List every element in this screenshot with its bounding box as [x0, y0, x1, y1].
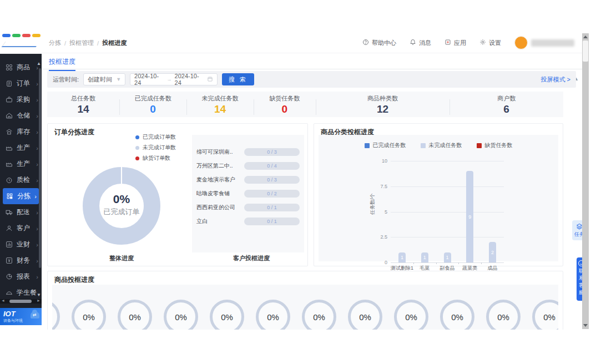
sidebar-item-label: 学生餐: [17, 288, 38, 297]
order-sorting-progress-card: 订单分拣进度 已完成订单数未完成订单数缺货订单数 0% 已完成订单 缔可可深圳南…: [47, 123, 308, 266]
sidebar-item-purchase[interactable]: 采购›: [0, 92, 42, 108]
sidebar-scroll-down-icon[interactable]: ▼: [37, 292, 41, 297]
app-logo[interactable]: [0, 32, 42, 53]
scroll-left-icon[interactable]: ◄: [1, 299, 5, 302]
donut-percent: 0%: [83, 193, 160, 206]
product-frame-progress-card: 商品投框进度 0%0%0%0%0%0%0%0%0%0%0%0%: [47, 271, 563, 330]
search-button[interactable]: 搜 索: [222, 73, 254, 85]
progress-circle[interactable]: 0%: [164, 300, 198, 330]
sidebar-item-quality[interactable]: 质检›: [0, 172, 42, 188]
scroll-right-icon[interactable]: ►: [37, 299, 41, 302]
stat-value: 6: [449, 103, 563, 115]
progress-circle-value: 0%: [83, 312, 95, 322]
purchase-icon: [6, 96, 13, 104]
stat-value: 12: [316, 103, 450, 115]
sidebar-scroll-up-icon[interactable]: ▲: [37, 61, 41, 66]
scroll-up-icon[interactable]: [583, 36, 588, 38]
scroll-down-icon[interactable]: [583, 324, 588, 327]
progress-circle[interactable]: 0%: [118, 300, 152, 330]
chevron-right-icon: ›: [34, 193, 37, 200]
customer-name: 缔可可深圳南..: [196, 148, 233, 156]
iot-module-banner[interactable]: IOT 设备与环境: [0, 308, 42, 325]
cast-mode-link[interactable]: 投屏模式 >: [541, 75, 570, 84]
sidebar-item-label: 生产: [17, 159, 36, 169]
progress-circle[interactable]: 0%: [532, 300, 558, 330]
messages-button[interactable]: 消息: [410, 39, 431, 47]
progress-circle[interactable]: 0%: [440, 300, 474, 330]
legend-item[interactable]: 已完成任务数: [365, 141, 406, 149]
main-content: 投框进度 ▲ 运营时间: 创建时间 ▼ 2024-10-24 → 2024-10…: [42, 54, 582, 330]
chevron-right-icon: ›: [36, 225, 38, 232]
user-menu[interactable]: [514, 36, 574, 49]
overall-progress-caption: 整体进度: [48, 254, 195, 262]
x-tick: [436, 262, 437, 264]
customer-progress-pill: 0 / 2: [244, 190, 300, 198]
progress-circle[interactable]: 0%: [394, 300, 428, 330]
card-title: 订单分拣进度: [54, 128, 94, 137]
legend-swatch: [477, 143, 482, 148]
sidebar-item-finance[interactable]: 财务›: [0, 252, 42, 269]
help-center-button[interactable]: 帮助中心: [362, 39, 396, 47]
customer-progress-caption: 客户投框进度: [195, 254, 307, 262]
apps-button[interactable]: 应用: [444, 39, 466, 47]
stat-2: 已完成任务数0: [119, 94, 186, 115]
sidebar-horizontal-scrollbar[interactable]: ◄ ►: [0, 299, 42, 304]
apps-label: 应用: [454, 39, 466, 47]
progress-circle[interactable]: 0%: [302, 300, 336, 330]
y-tick-label: 5: [371, 209, 387, 215]
bar-毛菜[interactable]: 1: [421, 252, 428, 262]
progress-circle[interactable]: 0%: [52, 300, 60, 330]
sidebar-item-goods[interactable]: 商品›: [0, 59, 42, 75]
time-type-select[interactable]: 创建时间 ▼: [83, 73, 125, 85]
bar-蔬菜类[interactable]: 9: [466, 171, 473, 262]
legend-item: 已完成订单数: [135, 133, 176, 141]
scrollbar-thumb[interactable]: [9, 300, 32, 303]
warehouse-icon: [6, 112, 13, 120]
sidebar-item-label: 质检: [17, 175, 36, 185]
progress-circle[interactable]: 0%: [348, 300, 382, 330]
sidebar-item-customer[interactable]: 客户›: [0, 220, 42, 236]
top-header: 分拣/投框管理/投框进度 帮助中心 消息 应用: [0, 32, 582, 53]
sidebar-item-report[interactable]: 报表›: [0, 269, 42, 285]
scrollbar-thumb[interactable]: [583, 41, 588, 62]
order-icon: [6, 80, 13, 88]
progress-circle[interactable]: 0%: [256, 300, 290, 330]
legend-item[interactable]: 未完成任务数: [421, 141, 462, 149]
sidebar-item-inventory[interactable]: 库存›: [0, 124, 42, 140]
window-vertical-scrollbar[interactable]: [582, 33, 589, 329]
breadcrumb-item[interactable]: 投框管理: [69, 39, 94, 47]
tab-frame-progress[interactable]: 投框进度: [49, 57, 75, 71]
breadcrumb-item[interactable]: 分拣: [49, 39, 61, 47]
stat-label: 商户数: [449, 94, 563, 103]
customer-name: 麦金地演示客户: [196, 176, 235, 184]
progress-circle-value: 0%: [405, 312, 417, 322]
sidebar-item-delivery[interactable]: 配送›: [0, 204, 42, 220]
sidebar-item-warehouse[interactable]: 仓储›: [0, 108, 42, 124]
sidebar-vertical-scrollbar[interactable]: [39, 68, 41, 268]
customer-name: 立白: [196, 218, 208, 225]
bar-value-label: 1: [421, 255, 428, 260]
date-range-input[interactable]: 2024-10-24 → 2024-10-24: [130, 73, 218, 85]
sidebar-item-sorting[interactable]: 分拣›: [3, 188, 39, 204]
sidebar-item-meal[interactable]: 学生餐: [0, 285, 42, 301]
grid-line: [391, 262, 504, 263]
bar-副食品[interactable]: 1: [444, 252, 451, 262]
progress-circle-value: 0%: [313, 312, 325, 322]
x-tick: [413, 262, 414, 264]
user-name-redacted: [531, 39, 574, 47]
grid-line: [391, 237, 504, 237]
sidebar-item-bizfinance[interactable]: 业财›: [0, 236, 42, 252]
legend-swatch: [365, 143, 370, 148]
customer-name: 西西莉亚的公司: [196, 204, 235, 211]
settings-button[interactable]: 设置: [479, 39, 501, 47]
bar-成品[interactable]: 2: [489, 242, 496, 262]
progress-circle[interactable]: 0%: [72, 300, 106, 330]
sidebar-item-production[interactable]: 生产›: [0, 140, 42, 156]
legend-item[interactable]: 缺货任务数: [477, 141, 513, 149]
progress-circle[interactable]: 0%: [210, 300, 244, 330]
sidebar-item-order[interactable]: 订单›: [0, 75, 42, 92]
chevron-right-icon: ›: [36, 241, 38, 248]
sidebar-item-production2[interactable]: 生产›: [0, 156, 42, 172]
bar-测试删除1[interactable]: 1: [398, 252, 406, 262]
progress-circle[interactable]: 0%: [486, 300, 521, 330]
